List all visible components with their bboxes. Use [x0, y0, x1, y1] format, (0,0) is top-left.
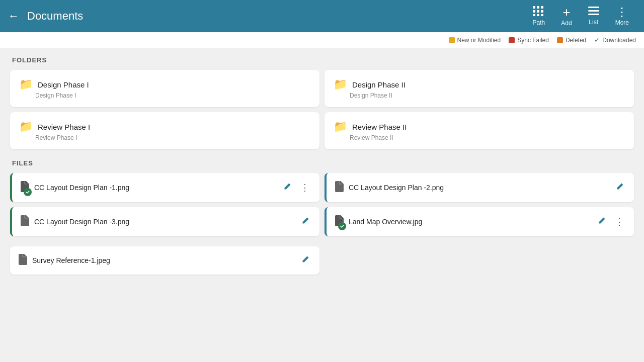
file-actions-4: ⋮ [596, 214, 626, 229]
legend-label-sync: Sync Failed [517, 37, 549, 44]
file-card-left-5: Survey Reference-1.jpeg [18, 254, 110, 267]
more-label: More [615, 19, 629, 26]
folder-sub-3: Review Phase I [19, 134, 310, 141]
legend-dot-deleted [557, 37, 563, 43]
header-left: ← Documents [8, 10, 83, 23]
file-icon-1 [20, 181, 29, 195]
more-button-4[interactable]: ⋮ [613, 214, 626, 229]
file-icon-5 [18, 254, 27, 267]
path-label: Path [533, 19, 545, 26]
file-name-4: Land Map Overview.jpg [349, 218, 422, 226]
add-label: Add [561, 20, 572, 27]
file-card-left-4: Land Map Overview.jpg [335, 215, 422, 229]
folder-sub-1: Design Phase I [19, 92, 310, 99]
legend-deleted: Deleted [557, 37, 586, 44]
file-icon-3 [20, 215, 29, 229]
files-section-title: FILES [10, 159, 634, 167]
folder-sub-2: Design Phase II [334, 92, 625, 99]
list-label: List [589, 19, 598, 26]
file-name-2: CC Layout Design Plan -2.png [349, 184, 444, 192]
svg-rect-4 [537, 10, 539, 13]
header: ← Documents Path [0, 0, 644, 32]
file-card-3[interactable]: CC Layout Design Plan -3.png [10, 207, 319, 236]
svg-rect-6 [533, 14, 535, 16]
folder-card-inner-4: 📁 Review Phase II [334, 120, 625, 133]
header-actions: Path + Add List ⋮ More [526, 3, 636, 30]
folder-design-phase-2[interactable]: 📁 Design Phase II Design Phase II [325, 70, 634, 107]
legend-label-deleted: Deleted [566, 37, 586, 44]
file-card-left-2: CC Layout Design Plan -2.png [335, 181, 444, 195]
legend-sync-failed: Sync Failed [509, 37, 549, 44]
list-button[interactable]: List [581, 4, 606, 29]
file-card-2[interactable]: CC Layout Design Plan -2.png [325, 173, 634, 202]
files-grid: CC Layout Design Plan -1.png ⋮ [10, 173, 634, 236]
file-actions-3 [299, 215, 311, 229]
folder-name-4: Review Phase II [352, 123, 407, 131]
svg-rect-3 [533, 10, 535, 13]
legend-new-modified: New or Modified [449, 37, 501, 44]
edit-button-3[interactable] [299, 215, 311, 229]
file-name-1: CC Layout Design Plan -1.png [34, 184, 129, 192]
add-button[interactable]: + Add [554, 3, 579, 30]
path-button[interactable]: Path [526, 3, 552, 29]
file-actions-5 [299, 253, 311, 267]
folder-review-phase-2[interactable]: 📁 Review Phase II Review Phase II [325, 112, 634, 149]
svg-rect-0 [533, 6, 535, 9]
legend-dot-sync [509, 37, 515, 43]
file-actions-1: ⋮ [281, 180, 311, 195]
folder-icon-1: 📁 [19, 78, 33, 91]
list-icon [588, 7, 599, 18]
folder-icon-4: 📁 [334, 120, 347, 133]
folder-name-1: Design Phase I [38, 80, 89, 89]
more-button[interactable]: ⋮ More [608, 3, 636, 29]
legend-check-downloaded: ✓ [594, 36, 600, 44]
legend-dot-new [449, 37, 455, 43]
svg-rect-7 [537, 14, 539, 16]
file-card-1[interactable]: CC Layout Design Plan -1.png ⋮ [10, 173, 319, 202]
file-card-left-3: CC Layout Design Plan -3.png [20, 215, 129, 229]
file-name-3: CC Layout Design Plan -3.png [34, 218, 129, 226]
content-area: FOLDERS 📁 Design Phase I Design Phase I … [0, 48, 644, 362]
svg-rect-1 [537, 6, 539, 9]
page-title: Documents [27, 10, 83, 23]
file-card-5[interactable]: Survey Reference-1.jpeg [10, 246, 319, 275]
file-icon-2 [335, 181, 344, 195]
folder-name-3: Review Phase I [38, 123, 90, 131]
legend-downloaded: ✓ Downloaded [594, 36, 636, 44]
folder-design-phase-1[interactable]: 📁 Design Phase I Design Phase I [10, 70, 319, 107]
svg-rect-5 [541, 10, 543, 13]
folder-card-inner-2: 📁 Design Phase II [334, 78, 625, 91]
downloaded-badge-4 [338, 222, 346, 230]
add-icon: + [562, 6, 570, 19]
folders-section-title: FOLDERS [10, 56, 634, 64]
folder-name-2: Design Phase II [352, 80, 406, 89]
folder-icon-3: 📁 [19, 120, 33, 133]
svg-rect-8 [541, 14, 543, 16]
svg-rect-2 [541, 6, 543, 9]
folder-card-inner-3: 📁 Review Phase I [19, 120, 310, 133]
file-card-4[interactable]: Land Map Overview.jpg ⋮ [325, 207, 634, 236]
back-button[interactable]: ← [8, 10, 19, 23]
file-card-left-1: CC Layout Design Plan -1.png [20, 181, 129, 195]
edit-button-4[interactable] [596, 215, 608, 229]
legend-bar: New or Modified Sync Failed Deleted ✓ Do… [0, 32, 644, 48]
file-name-5: Survey Reference-1.jpeg [32, 256, 110, 264]
path-icon [533, 6, 545, 18]
downloaded-badge-1 [24, 188, 32, 196]
folder-review-phase-1[interactable]: 📁 Review Phase I Review Phase I [10, 112, 319, 149]
edit-button-5[interactable] [299, 253, 311, 267]
more-button-1[interactable]: ⋮ [298, 180, 311, 195]
file-icon-4 [335, 215, 344, 229]
file-actions-2 [614, 180, 626, 195]
svg-rect-11 [588, 14, 599, 15]
file-row-5-wrapper: Survey Reference-1.jpeg [10, 246, 634, 275]
edit-button-1[interactable] [281, 180, 293, 195]
folder-sub-4: Review Phase II [334, 134, 625, 141]
svg-rect-9 [588, 7, 599, 8]
edit-button-2[interactable] [614, 180, 626, 195]
folders-grid: 📁 Design Phase I Design Phase I 📁 Design… [10, 70, 634, 149]
legend-label-new: New or Modified [457, 37, 501, 44]
more-icon: ⋮ [616, 6, 628, 18]
legend-label-downloaded: Downloaded [602, 37, 636, 44]
folder-icon-2: 📁 [334, 78, 347, 91]
